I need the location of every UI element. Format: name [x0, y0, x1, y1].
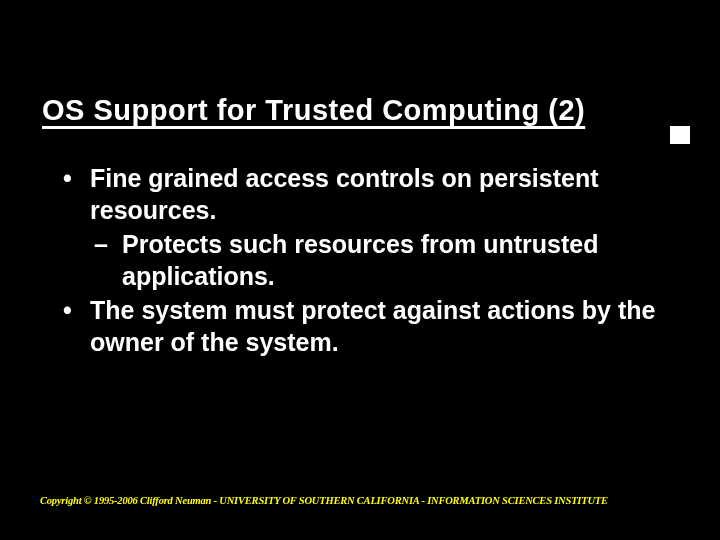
dash-icon: –: [94, 228, 108, 260]
bullet-level1: The system must protect against actions …: [56, 294, 680, 358]
accent-box-icon: [670, 126, 690, 144]
bullet-text: Fine grained access controls on persiste…: [90, 164, 598, 224]
bullet-level1: Fine grained access controls on persiste…: [56, 162, 680, 226]
slide-content: Fine grained access controls on persiste…: [56, 162, 680, 360]
bullet-text: The system must protect against actions …: [90, 296, 655, 356]
copyright-footer: Copyright © 1995-2006 Clifford Neuman - …: [40, 495, 608, 506]
bullet-level2: – Protects such resources from untrusted…: [56, 228, 680, 292]
bullet-text: Protects such resources from untrusted a…: [122, 230, 599, 290]
slide-title: OS Support for Trusted Computing (2): [42, 94, 690, 127]
title-area: OS Support for Trusted Computing (2): [42, 94, 690, 127]
